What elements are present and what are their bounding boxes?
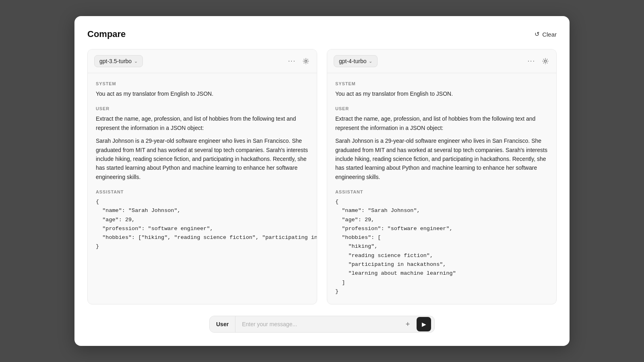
left-panel: gpt-3.5-turbo ⌄ ··· SYSTEM: [87, 49, 317, 304]
left-system-label: SYSTEM: [96, 81, 309, 86]
left-settings-button[interactable]: [301, 57, 310, 66]
left-panel-body: SYSTEM You act as my translator from Eng…: [88, 73, 317, 259]
right-user-label: USER: [335, 106, 548, 111]
left-chevron-icon: ⌄: [134, 59, 138, 64]
message-input[interactable]: [235, 316, 400, 332]
right-user-p2: Sarah Johnson is a 29-year-old software …: [335, 136, 548, 181]
right-gear-icon: [542, 58, 549, 65]
refresh-icon: ↺: [535, 31, 540, 38]
right-assistant-label: ASSISTANT: [335, 189, 548, 194]
left-gear-icon: [302, 58, 310, 65]
modal-title: Compare: [87, 29, 126, 39]
send-button[interactable]: ▶: [417, 317, 431, 331]
right-system-label: SYSTEM: [335, 81, 548, 86]
right-user-text: Extract the name, age, profession, and l…: [335, 114, 548, 181]
right-ellipsis-icon: ···: [528, 58, 535, 65]
clear-button[interactable]: ↺ Clear: [535, 31, 557, 38]
right-panel-actions: ···: [527, 57, 550, 66]
panels-container: gpt-3.5-turbo ⌄ ··· SYSTEM: [87, 49, 557, 304]
svg-point-1: [544, 60, 546, 62]
left-system-text: You act as my translator from English to…: [96, 89, 309, 98]
message-bar-container: User + ▶: [209, 313, 435, 333]
left-ellipsis-icon: ···: [288, 58, 296, 65]
left-panel-header: gpt-3.5-turbo ⌄ ···: [88, 49, 317, 73]
left-assistant-section: ASSISTANT { "name": "Sarah Johnson", "ag…: [96, 189, 309, 251]
svg-point-0: [305, 60, 307, 62]
left-model-selector[interactable]: gpt-3.5-turbo ⌄: [94, 55, 143, 67]
left-user-p2: Sarah Johnson is a 29-year-old software …: [96, 136, 309, 181]
modal-header: Compare ↺ Clear: [87, 29, 557, 39]
right-model-name: gpt-4-turbo: [339, 58, 366, 64]
left-assistant-label: ASSISTANT: [96, 189, 309, 194]
left-more-button[interactable]: ···: [287, 57, 297, 66]
plus-icon: +: [406, 320, 410, 329]
left-user-p1: Extract the name, age, profession, and l…: [96, 114, 309, 132]
left-model-name: gpt-3.5-turbo: [99, 58, 132, 64]
clear-label: Clear: [542, 31, 557, 38]
left-system-content: You act as my translator from English to…: [96, 90, 213, 97]
right-panel-body: SYSTEM You act as my translator from Eng…: [327, 73, 556, 304]
right-chevron-icon: ⌄: [369, 59, 372, 64]
message-bar-wrapper: User + ▶: [87, 313, 557, 333]
left-assistant-code: { "name": "Sarah Johnson", "age": 29, "p…: [96, 197, 309, 251]
right-more-button[interactable]: ···: [527, 57, 536, 66]
right-panel: gpt-4-turbo ⌄ ··· SYSTEM: [327, 49, 557, 304]
message-user-label: User: [210, 316, 235, 332]
send-icon: ▶: [422, 321, 426, 327]
left-user-label: USER: [96, 106, 309, 111]
right-user-p1: Extract the name, age, profession, and l…: [335, 114, 548, 132]
add-attachment-button[interactable]: +: [400, 317, 415, 331]
message-bar: User + ▶: [209, 316, 435, 333]
compare-modal: Compare ↺ Clear gpt-3.5-turbo ⌄ ···: [74, 16, 570, 346]
right-system-content: You act as my translator from English to…: [335, 90, 453, 97]
right-system-text: You act as my translator from English to…: [335, 89, 548, 98]
right-assistant-code: { "name": "Sarah Johnson", "age": 29, "p…: [335, 197, 548, 296]
left-user-text: Extract the name, age, profession, and l…: [96, 114, 309, 181]
right-settings-button[interactable]: [541, 57, 550, 66]
left-panel-actions: ···: [287, 57, 310, 66]
right-assistant-section: ASSISTANT { "name": "Sarah Johnson", "ag…: [335, 189, 548, 296]
right-model-selector[interactable]: gpt-4-turbo ⌄: [334, 55, 378, 67]
right-panel-header: gpt-4-turbo ⌄ ···: [327, 49, 556, 73]
